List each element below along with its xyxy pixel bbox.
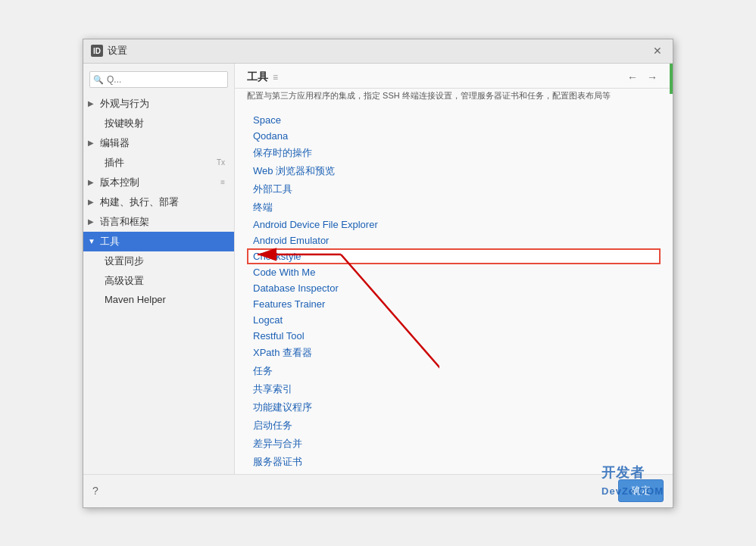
sidebar-item-appearance[interactable]: ▶ 外观与行为 [83,94,234,114]
list-item-restful-tool[interactable]: Restful Tool [247,328,661,344]
green-indicator [670,64,673,94]
list-item-android-device[interactable]: Android Device File Explorer [247,217,661,232]
main-header-left: 工具 ≡ [247,70,278,84]
app-icon: ID [91,45,103,57]
list-item-server-cert[interactable]: 服务器证书 [247,453,661,471]
list-item-feature-suggest[interactable]: 功能建议程序 [247,398,661,417]
sidebar-item-lang[interactable]: ▶ 语言和框架 [83,212,234,232]
list-item-space[interactable]: Space [247,112,661,128]
list-item-external-tools[interactable]: 外部工具 [247,180,661,198]
nav-forward[interactable]: → [644,70,661,85]
search-input[interactable] [89,71,228,88]
sidebar-label: 编辑器 [100,136,225,150]
sidebar-item-advanced[interactable]: 高级设置 [83,271,234,291]
search-icon: 🔍 [93,74,104,84]
title-bar-left: ID 设置 [91,44,127,58]
search-box: 🔍 [89,71,228,88]
expand-icon: ▶ [88,198,97,206]
expand-icon: ▶ [88,139,97,147]
list-item-xpath[interactable]: XPath 查看器 [247,344,661,362]
list-item-terminal[interactable]: 终端 [247,198,661,217]
expand-icon: ▶ [88,99,97,108]
dialog-footer: ? 确定 [83,474,673,507]
help-button[interactable]: ? [92,485,98,497]
main-title: 工具 [247,70,268,84]
expand-icon: ▶ [88,178,97,186]
list-item-checkstyle[interactable]: Checkstyle [247,248,661,264]
plugin-icon: Tx [217,158,225,167]
sidebar-label: 构建、执行、部署 [100,195,225,209]
dialog-body: 🔍 ▶ 外观与行为 按键映射 ▶ 编辑器 插件 Tx ▶ [83,64,673,474]
sidebar-label: 高级设置 [105,274,225,288]
sidebar-label: 工具 [100,235,225,248]
sidebar-item-maven[interactable]: Maven Helper [83,291,234,308]
main-description: 配置与第三方应用程序的集成，指定 SSH 终端连接设置，管理服务器证书和任务，配… [235,89,673,106]
list-item-code-with-me[interactable]: Code With Me [247,264,661,280]
list-item-logcat[interactable]: Logcat [247,312,661,328]
sidebar-label: 语言和框架 [100,215,225,229]
sidebar-label: 插件 [105,156,214,170]
sidebar-item-tools[interactable]: ▼ 工具 [83,232,234,251]
sidebar-item-build[interactable]: ▶ 构建、执行、部署 [83,192,234,212]
close-button[interactable]: ✕ [650,43,665,58]
sidebar-item-sync[interactable]: 设置同步 [83,251,234,271]
main-title-icon: ≡ [273,72,278,83]
expand-icon: ▶ [88,217,97,226]
list-item-qodana[interactable]: Qodana [247,128,661,144]
dialog-title: 设置 [108,44,127,58]
sidebar-label: 按键映射 [105,117,225,130]
main-list: Space Qodana 保存时的操作 Web 浏览器和预览 外部工具 终端 A… [235,106,673,474]
sidebar: 🔍 ▶ 外观与行为 按键映射 ▶ 编辑器 插件 Tx ▶ [83,64,235,474]
vcs-icon: ≡ [220,178,225,186]
sidebar-label: 外观与行为 [100,97,225,111]
list-item-database-inspector[interactable]: Database Inspector [247,280,661,296]
nav-back[interactable]: ← [624,70,641,85]
list-item-web-browser[interactable]: Web 浏览器和预览 [247,162,661,180]
sidebar-label: 版本控制 [100,176,217,189]
list-item-startup-tasks[interactable]: 启动任务 [247,417,661,435]
nav-arrows: ← → [624,70,661,85]
settings-dialog: ID 设置 ✕ 🔍 ▶ 外观与行为 按键映射 ▶ 编辑器 [83,39,673,508]
watermark: 开发者DevZe.COM [601,464,664,500]
main-content: 工具 ≡ ← → 配置与第三方应用程序的集成，指定 SSH 终端连接设置，管理服… [235,64,673,474]
list-item-tasks[interactable]: 任务 [247,362,661,380]
sidebar-item-vcs[interactable]: ▶ 版本控制 ≡ [83,173,234,192]
sidebar-item-editor[interactable]: ▶ 编辑器 [83,133,234,153]
sidebar-label: Maven Helper [105,294,225,305]
list-item-save-actions[interactable]: 保存时的操作 [247,144,661,162]
title-bar: ID 设置 ✕ [83,39,673,64]
sidebar-item-keymap[interactable]: 按键映射 [83,114,234,133]
list-item-features-trainer[interactable]: Features Trainer [247,296,661,312]
main-header: 工具 ≡ ← → [235,64,673,89]
list-item-diff-merge[interactable]: 差异与合并 [247,435,661,453]
list-item-shared-index[interactable]: 共享索引 [247,380,661,398]
sidebar-item-plugins[interactable]: 插件 Tx [83,153,234,173]
sidebar-label: 设置同步 [105,254,225,268]
list-item-android-emulator[interactable]: Android Emulator [247,232,661,248]
expand-icon: ▼ [88,237,97,245]
